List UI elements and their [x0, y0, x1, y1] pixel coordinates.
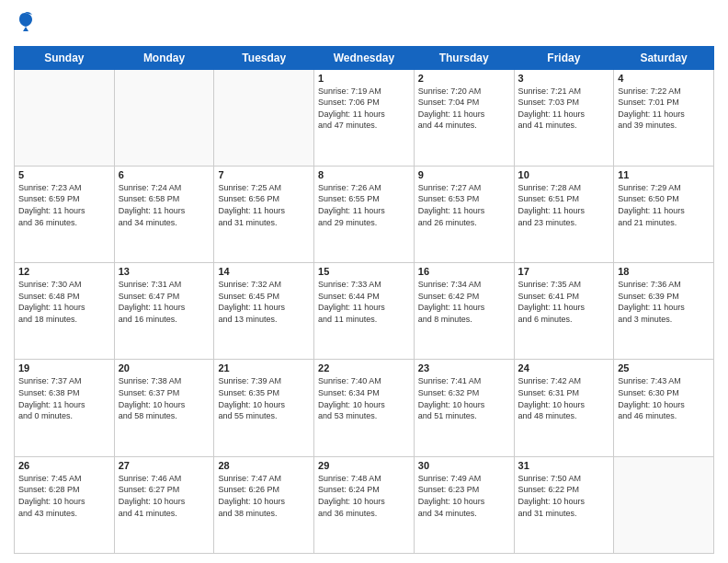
calendar-cell: 14Sunrise: 7:32 AM Sunset: 6:45 PM Dayli…	[214, 263, 314, 360]
calendar-cell: 2Sunrise: 7:20 AM Sunset: 7:04 PM Daylig…	[414, 69, 514, 166]
day-number: 17	[518, 266, 610, 277]
logo	[14, 13, 34, 39]
day-number: 10	[518, 169, 610, 180]
day-info: Sunrise: 7:34 AM Sunset: 6:42 PM Dayligh…	[418, 279, 510, 325]
day-info: Sunrise: 7:36 AM Sunset: 6:39 PM Dayligh…	[618, 279, 710, 325]
day-info: Sunrise: 7:46 AM Sunset: 6:27 PM Dayligh…	[119, 473, 210, 519]
calendar-cell: 4Sunrise: 7:22 AM Sunset: 7:01 PM Daylig…	[614, 69, 714, 166]
calendar-cell: 3Sunrise: 7:21 AM Sunset: 7:03 PM Daylig…	[514, 69, 614, 166]
day-info: Sunrise: 7:33 AM Sunset: 6:44 PM Dayligh…	[318, 279, 410, 325]
header	[14, 9, 714, 39]
day-info: Sunrise: 7:47 AM Sunset: 6:26 PM Dayligh…	[218, 473, 310, 519]
day-info: Sunrise: 7:39 AM Sunset: 6:35 PM Dayligh…	[218, 375, 310, 421]
calendar-day-header: Saturday	[614, 46, 714, 69]
calendar-header-row: SundayMondayTuesdayWednesdayThursdayFrid…	[15, 46, 714, 69]
day-info: Sunrise: 7:45 AM Sunset: 6:28 PM Dayligh…	[18, 473, 110, 519]
calendar-cell: 6Sunrise: 7:24 AM Sunset: 6:58 PM Daylig…	[114, 166, 214, 262]
day-number: 4	[618, 73, 710, 84]
calendar-cell: 5Sunrise: 7:23 AM Sunset: 6:59 PM Daylig…	[15, 166, 115, 262]
day-info: Sunrise: 7:42 AM Sunset: 6:31 PM Dayligh…	[518, 375, 610, 421]
day-info: Sunrise: 7:41 AM Sunset: 6:32 PM Dayligh…	[418, 375, 510, 421]
day-number: 14	[218, 266, 310, 277]
calendar-cell: 11Sunrise: 7:29 AM Sunset: 6:50 PM Dayli…	[614, 166, 714, 262]
day-info: Sunrise: 7:48 AM Sunset: 6:24 PM Dayligh…	[318, 473, 410, 519]
day-info: Sunrise: 7:26 AM Sunset: 6:55 PM Dayligh…	[318, 182, 410, 228]
calendar-cell: 10Sunrise: 7:28 AM Sunset: 6:51 PM Dayli…	[514, 166, 614, 262]
calendar-week-row: 12Sunrise: 7:30 AM Sunset: 6:48 PM Dayli…	[15, 263, 714, 360]
day-number: 22	[318, 362, 410, 373]
calendar-day-header: Friday	[514, 46, 614, 69]
day-info: Sunrise: 7:28 AM Sunset: 6:51 PM Dayligh…	[518, 182, 610, 228]
calendar-cell: 24Sunrise: 7:42 AM Sunset: 6:31 PM Dayli…	[514, 360, 614, 456]
day-number: 3	[518, 73, 610, 84]
day-number: 2	[418, 73, 510, 84]
calendar-cell: 26Sunrise: 7:45 AM Sunset: 6:28 PM Dayli…	[15, 456, 115, 553]
day-number: 1	[318, 73, 410, 84]
calendar-day-header: Tuesday	[214, 46, 314, 69]
day-number: 26	[18, 460, 110, 471]
day-info: Sunrise: 7:32 AM Sunset: 6:45 PM Dayligh…	[218, 279, 310, 325]
calendar-cell	[214, 69, 314, 166]
day-info: Sunrise: 7:22 AM Sunset: 7:01 PM Dayligh…	[618, 86, 710, 132]
calendar-cell: 21Sunrise: 7:39 AM Sunset: 6:35 PM Dayli…	[214, 360, 314, 456]
day-number: 25	[618, 362, 710, 373]
day-info: Sunrise: 7:37 AM Sunset: 6:38 PM Dayligh…	[18, 375, 110, 421]
calendar-week-row: 5Sunrise: 7:23 AM Sunset: 6:59 PM Daylig…	[15, 166, 714, 262]
day-info: Sunrise: 7:24 AM Sunset: 6:58 PM Dayligh…	[119, 182, 210, 228]
day-info: Sunrise: 7:20 AM Sunset: 7:04 PM Dayligh…	[418, 86, 510, 132]
calendar-cell: 31Sunrise: 7:50 AM Sunset: 6:22 PM Dayli…	[514, 456, 614, 553]
calendar-week-row: 19Sunrise: 7:37 AM Sunset: 6:38 PM Dayli…	[15, 360, 714, 456]
day-number: 7	[218, 169, 310, 180]
calendar-week-row: 26Sunrise: 7:45 AM Sunset: 6:28 PM Dayli…	[15, 456, 714, 553]
calendar-cell: 29Sunrise: 7:48 AM Sunset: 6:24 PM Dayli…	[314, 456, 415, 553]
page: SundayMondayTuesdayWednesdayThursdayFrid…	[0, 0, 728, 563]
calendar-cell: 23Sunrise: 7:41 AM Sunset: 6:32 PM Dayli…	[414, 360, 514, 456]
calendar-cell: 25Sunrise: 7:43 AM Sunset: 6:30 PM Dayli…	[614, 360, 714, 456]
day-number: 12	[18, 266, 110, 277]
day-number: 8	[318, 169, 410, 180]
day-number: 23	[418, 362, 510, 373]
day-info: Sunrise: 7:40 AM Sunset: 6:34 PM Dayligh…	[318, 375, 410, 421]
day-number: 31	[518, 460, 610, 471]
day-number: 28	[218, 460, 310, 471]
day-info: Sunrise: 7:30 AM Sunset: 6:48 PM Dayligh…	[18, 279, 110, 325]
day-number: 9	[418, 169, 510, 180]
day-info: Sunrise: 7:25 AM Sunset: 6:56 PM Dayligh…	[218, 182, 310, 228]
calendar-cell: 22Sunrise: 7:40 AM Sunset: 6:34 PM Dayli…	[314, 360, 415, 456]
calendar-cell: 30Sunrise: 7:49 AM Sunset: 6:23 PM Dayli…	[414, 456, 514, 553]
calendar-day-header: Thursday	[414, 46, 514, 69]
day-info: Sunrise: 7:19 AM Sunset: 7:06 PM Dayligh…	[318, 86, 410, 132]
calendar-cell: 9Sunrise: 7:27 AM Sunset: 6:53 PM Daylig…	[414, 166, 514, 262]
calendar-cell	[114, 69, 214, 166]
calendar-cell: 7Sunrise: 7:25 AM Sunset: 6:56 PM Daylig…	[214, 166, 314, 262]
day-info: Sunrise: 7:50 AM Sunset: 6:22 PM Dayligh…	[518, 473, 610, 519]
calendar-cell	[614, 456, 714, 553]
day-number: 19	[18, 362, 110, 373]
calendar-day-header: Monday	[114, 46, 214, 69]
day-info: Sunrise: 7:31 AM Sunset: 6:47 PM Dayligh…	[119, 279, 210, 325]
day-info: Sunrise: 7:23 AM Sunset: 6:59 PM Dayligh…	[18, 182, 110, 228]
day-number: 15	[318, 266, 410, 277]
day-info: Sunrise: 7:21 AM Sunset: 7:03 PM Dayligh…	[518, 86, 610, 132]
day-number: 21	[218, 362, 310, 373]
day-number: 24	[518, 362, 610, 373]
calendar-cell: 18Sunrise: 7:36 AM Sunset: 6:39 PM Dayli…	[614, 263, 714, 360]
calendar-cell: 16Sunrise: 7:34 AM Sunset: 6:42 PM Dayli…	[414, 263, 514, 360]
calendar-cell: 1Sunrise: 7:19 AM Sunset: 7:06 PM Daylig…	[314, 69, 415, 166]
day-info: Sunrise: 7:43 AM Sunset: 6:30 PM Dayligh…	[618, 375, 710, 421]
day-number: 30	[418, 460, 510, 471]
calendar-cell: 17Sunrise: 7:35 AM Sunset: 6:41 PM Dayli…	[514, 263, 614, 360]
day-info: Sunrise: 7:35 AM Sunset: 6:41 PM Dayligh…	[518, 279, 610, 325]
day-info: Sunrise: 7:27 AM Sunset: 6:53 PM Dayligh…	[418, 182, 510, 228]
calendar-cell	[15, 69, 115, 166]
day-number: 29	[318, 460, 410, 471]
day-number: 6	[119, 169, 210, 180]
calendar-cell: 13Sunrise: 7:31 AM Sunset: 6:47 PM Dayli…	[114, 263, 214, 360]
day-number: 11	[618, 169, 710, 180]
calendar-cell: 19Sunrise: 7:37 AM Sunset: 6:38 PM Dayli…	[15, 360, 115, 456]
calendar-cell: 8Sunrise: 7:26 AM Sunset: 6:55 PM Daylig…	[314, 166, 415, 262]
day-number: 20	[119, 362, 210, 373]
day-number: 13	[119, 266, 210, 277]
logo-bird-icon	[16, 11, 34, 33]
day-info: Sunrise: 7:29 AM Sunset: 6:50 PM Dayligh…	[618, 182, 710, 228]
